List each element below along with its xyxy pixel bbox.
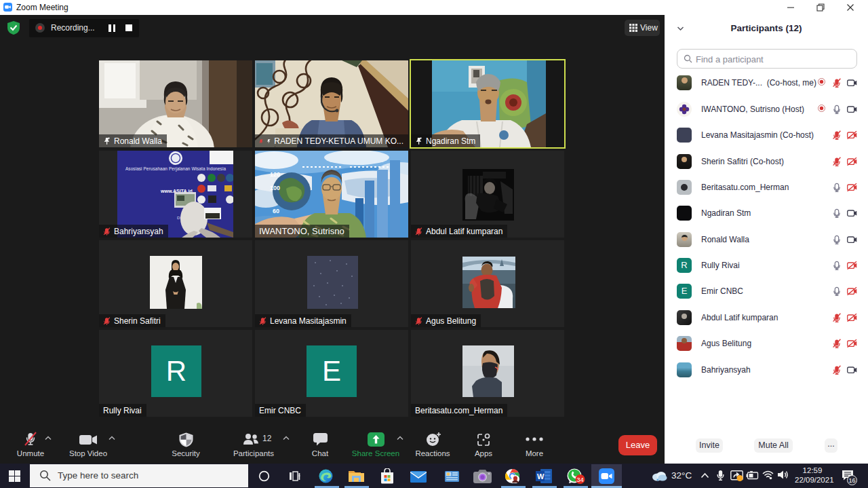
svg-text:100: 100 (270, 185, 280, 191)
svg-text:120: 120 (270, 171, 280, 178)
svg-text:60: 60 (273, 208, 279, 214)
svg-text:34: 34 (576, 476, 584, 483)
svg-text:Asosiasi Perusahaan Perjalanan: Asosiasi Perusahaan Perjalanan Wisata In… (125, 166, 226, 172)
svg-text:W: W (537, 472, 545, 481)
